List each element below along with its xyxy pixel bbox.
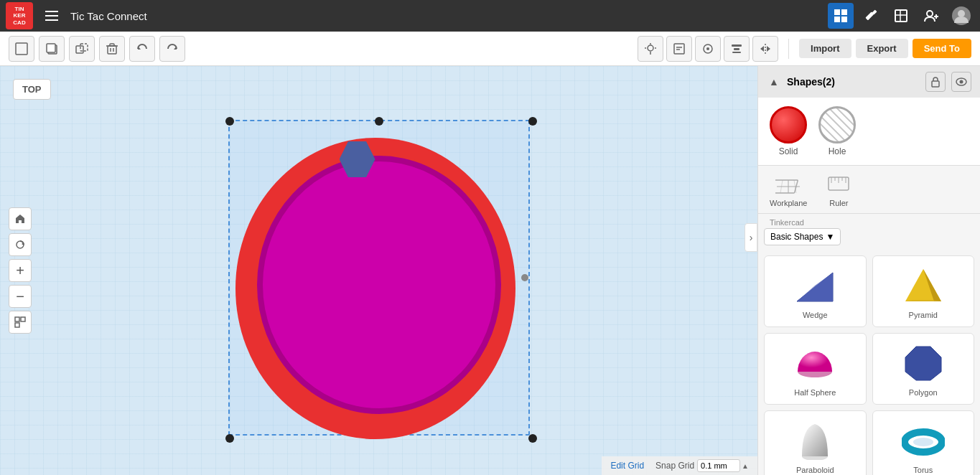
zoom-out-btn[interactable]: − — [9, 285, 32, 308]
topbar: TINKERCAD Tic Tac Connect — [0, 0, 980, 32]
shape-card-half-sphere[interactable]: Half Sphere — [764, 333, 867, 405]
canvas-area[interactable]: TOP + − — [0, 66, 757, 475]
svg-rect-34 — [674, 44, 684, 54]
polygon-label: Polygon — [909, 388, 938, 397]
torus-icon — [902, 418, 945, 461]
workplane-tool[interactable]: Workplane — [764, 169, 813, 210]
panel-collapse-btn[interactable]: › — [745, 223, 757, 252]
add-user-btn[interactable] — [918, 3, 944, 29]
home-btn[interactable] — [9, 207, 32, 230]
half-sphere-icon — [793, 341, 836, 384]
shapes-title: Shapes(2) — [787, 76, 920, 88]
view-type-btn[interactable] — [9, 311, 32, 334]
shape-card-wedge[interactable]: Wedge — [764, 255, 867, 327]
svg-rect-19 — [47, 44, 55, 52]
zoom-in-btn[interactable]: + — [9, 259, 32, 282]
svg-point-74 — [913, 438, 933, 446]
pyramid-icon — [902, 263, 945, 306]
shape-card-paraboloid[interactable]: Paraboloid — [764, 410, 867, 475]
svg-marker-64 — [797, 273, 833, 301]
handle-tl[interactable] — [225, 117, 234, 126]
library-dropdown[interactable]: Basic Shapes ▼ — [764, 228, 841, 245]
svg-point-29 — [648, 45, 653, 51]
wedge-icon — [793, 263, 836, 306]
svg-rect-24 — [110, 44, 114, 46]
paraboloid-icon — [793, 418, 836, 461]
svg-rect-22 — [108, 46, 116, 54]
svg-rect-1 — [45, 15, 58, 17]
handle-br[interactable] — [528, 434, 537, 443]
solid-hole-row: Solid Hole — [758, 98, 980, 165]
avatar-btn[interactable] — [948, 3, 974, 29]
rotate-btn[interactable] — [9, 233, 32, 256]
handle-tm[interactable] — [375, 117, 383, 126]
snap-input[interactable] — [697, 459, 740, 472]
zoom-controls: + − — [9, 207, 32, 334]
shape-grid: Wedge Pyramid — [758, 250, 980, 475]
svg-marker-42 — [767, 46, 770, 52]
layers-btn[interactable] — [695, 36, 721, 62]
shape-card-torus[interactable]: Torus — [872, 410, 975, 475]
ruler-label: Ruler — [829, 199, 848, 207]
half-sphere-label: Half Sphere — [794, 388, 836, 397]
handle-mr[interactable] — [521, 274, 528, 281]
snap-arrow-btn[interactable]: ▲ — [742, 462, 749, 470]
svg-rect-45 — [15, 317, 19, 321]
svg-rect-17 — [16, 43, 27, 55]
status-bar: Edit Grid Snap Grid ▲ — [602, 456, 757, 475]
svg-rect-2 — [45, 19, 58, 21]
svg-point-36 — [706, 47, 709, 50]
snap-grid-label: Snap Grid — [655, 461, 694, 471]
handle-bl[interactable] — [225, 434, 234, 443]
svg-point-12 — [927, 11, 933, 17]
edit-grid-label[interactable]: Edit Grid — [610, 461, 644, 471]
tinkercad-label: Tinkercad — [764, 218, 841, 228]
polygon-icon — [902, 341, 945, 384]
svg-rect-4 — [841, 9, 847, 15]
mirror-btn[interactable] — [752, 36, 778, 62]
new-shape-btn[interactable] — [9, 36, 34, 62]
logo: TINKERCAD — [6, 2, 33, 29]
box-btn[interactable] — [888, 3, 914, 29]
scene — [207, 98, 551, 443]
shape-card-polygon[interactable]: Polygon — [872, 333, 975, 405]
tool-row: Workplane Ruler — [758, 166, 980, 214]
grid-view-btn[interactable] — [828, 3, 854, 29]
view-label: TOP — [13, 79, 51, 100]
sendto-btn[interactable]: Send To — [913, 39, 971, 58]
svg-rect-0 — [45, 11, 58, 12]
hole-option[interactable]: Hole — [818, 106, 856, 156]
undo-btn[interactable] — [129, 36, 155, 62]
shapes-lock-btn[interactable] — [925, 72, 946, 92]
shape-card-pyramid[interactable]: Pyramid — [872, 255, 975, 327]
inner-purple-circle[interactable] — [257, 156, 501, 414]
export-btn[interactable]: Export — [856, 39, 908, 58]
svg-rect-5 — [834, 17, 840, 22]
category-label: Basic Shapes — [770, 232, 823, 242]
redo-btn[interactable] — [159, 36, 185, 62]
note-btn[interactable] — [666, 36, 692, 62]
workplane-icon — [774, 171, 803, 197]
app-title: Tic Tac Connect — [70, 10, 147, 22]
ruler-icon — [824, 171, 853, 197]
svg-rect-9 — [895, 10, 907, 22]
svg-rect-48 — [932, 81, 939, 87]
svg-rect-47 — [15, 323, 19, 327]
solid-option[interactable]: Solid — [770, 106, 807, 156]
copy-btn[interactable] — [39, 36, 65, 62]
toolbar2: Import Export Send To — [0, 32, 980, 66]
shapes-toggle-btn[interactable]: ▲ — [767, 75, 781, 89]
menu-icon[interactable] — [39, 3, 65, 29]
svg-rect-46 — [21, 317, 25, 321]
handle-tr[interactable] — [528, 117, 537, 126]
svg-point-16 — [958, 10, 965, 17]
import-btn[interactable]: Import — [799, 39, 851, 58]
light-btn[interactable] — [638, 36, 663, 62]
ruler-tool[interactable]: Ruler — [818, 169, 859, 210]
delete-btn[interactable] — [99, 36, 125, 62]
shapes-eye-btn[interactable] — [951, 72, 971, 92]
align-btn[interactable] — [724, 36, 750, 62]
hammer-btn[interactable] — [858, 3, 884, 29]
duplicate-btn[interactable] — [69, 36, 95, 62]
svg-rect-20 — [76, 46, 83, 53]
